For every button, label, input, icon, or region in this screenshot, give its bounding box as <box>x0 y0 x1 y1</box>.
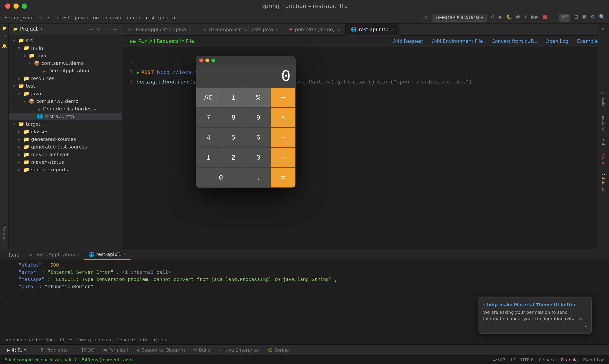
add-environment-file-button[interactable]: Add Environment File <box>428 38 487 45</box>
tree-item-demoapplicationtests[interactable]: ☕ DemoApplicationTests <box>9 105 122 113</box>
tree-item-generated-sources[interactable]: ▸ 📁 generated-sources <box>9 135 122 143</box>
calc-minimize-button[interactable] <box>205 58 209 62</box>
tab-demoapplicationtests-java[interactable]: ☕ DemoApplicationTests.java × <box>197 24 284 35</box>
run-config-dropdown[interactable]: DEMOAPPLICATION ▾ <box>432 14 487 22</box>
jclasslib-label[interactable]: jclasslib <box>601 91 606 109</box>
profile-icon[interactable]: ⚡ <box>524 14 527 22</box>
settings-icon[interactable]: ⚙ <box>591 14 595 22</box>
tab-demoapplication-java[interactable]: ☕ DemoApplication.java × <box>122 24 197 35</box>
maven-label[interactable]: Maven <box>601 151 606 167</box>
tree-item-resources[interactable]: ▸ 📁 resources <box>9 75 122 82</box>
tree-item-surefire-reports[interactable]: ▸ 📁 surefire-reports <box>9 166 122 173</box>
tree-item-demoapplication[interactable]: ☕ DemoApplication <box>9 67 122 75</box>
calc-maximize-button[interactable] <box>211 58 215 62</box>
tab-close-icon[interactable]: × <box>188 27 191 32</box>
traffic-lights[interactable] <box>5 3 27 9</box>
minimize-bottom-icon[interactable]: — <box>601 252 605 257</box>
tree-item-java-test[interactable]: ▾ 📁 java <box>9 90 122 97</box>
close-tab-icon[interactable]: × <box>77 252 80 257</box>
tab-rest-api-http[interactable]: 🌐 rest-api.http × <box>346 24 399 35</box>
aixcoder-label[interactable]: aiXcoder <box>601 113 606 133</box>
ant-label[interactable]: Ant <box>601 137 606 147</box>
calc-btn-4[interactable]: 4 <box>196 128 221 147</box>
calc-btn-2[interactable]: 2 <box>221 148 246 168</box>
chevron-down-icon[interactable]: ▾ <box>40 27 42 31</box>
calc-btn-equals[interactable]: = <box>271 168 296 187</box>
run-all-requests-button[interactable]: ▶▶ Run All Requests in File <box>126 38 197 45</box>
build-toolbar-item[interactable]: ⚙ Build <box>189 345 215 355</box>
sequence-diagram-toolbar-item[interactable]: ◈ Sequence Diagram <box>132 345 189 355</box>
code-editor[interactable]: 1 2 3 ▶ POST http://localhost:8080/funct… <box>122 47 609 249</box>
gear-icon[interactable]: ⚙ <box>97 26 101 32</box>
calc-btn-percent[interactable]: % <box>246 88 271 107</box>
line-ending[interactable]: LF <box>511 357 516 363</box>
database-label[interactable]: Database <box>601 171 606 193</box>
calc-btn-7[interactable]: 7 <box>196 108 221 127</box>
tree-item-target[interactable]: ▾ 📁 target <box>9 120 122 128</box>
tree-item-generated-test-sources[interactable]: ▸ 📁 generated-test-sources <box>9 143 122 151</box>
calc-btn-multiply[interactable]: × <box>271 108 296 127</box>
bottom-tab-rest-api[interactable]: 🌐 rest-api#1 × <box>84 249 130 260</box>
calc-btn-dot[interactable]: . <box>246 168 271 187</box>
calc-btn-ac[interactable]: AC <box>196 88 221 107</box>
tab-pom-xml[interactable]: ◈ pom.xml (demo) × <box>284 24 346 35</box>
calc-btn-3[interactable]: 3 <box>246 148 271 168</box>
expand-notification-icon[interactable]: ▾ <box>585 324 587 329</box>
event-log[interactable]: Event Log <box>583 357 605 363</box>
structure-label[interactable]: Structure <box>2 225 6 244</box>
maximize-button[interactable] <box>22 3 27 9</box>
minimize-button[interactable] <box>13 3 19 9</box>
vcs-icon[interactable]: ⎇ <box>422 14 428 22</box>
terminal-toolbar-item[interactable]: ▣ Terminal <box>99 345 132 355</box>
debug-icon[interactable]: 🐛 <box>506 14 512 22</box>
calc-btn-plus[interactable]: + <box>271 148 296 168</box>
tree-item-rest-api-http[interactable]: 🌐 rest-api.http <box>9 113 122 120</box>
tree-item-com-sanwu-demo-main[interactable]: ▾ 📦 com.sanwu.demo <box>9 59 122 67</box>
calc-btn-minus[interactable]: − <box>271 128 296 147</box>
add-request-button[interactable]: Add Request <box>389 38 428 45</box>
calc-btn-5[interactable]: 5 <box>221 128 246 147</box>
theme-name[interactable]: Dracula <box>561 357 578 363</box>
run-all-icon[interactable]: ▶▶ <box>531 14 539 22</box>
convert-from-curl-button[interactable]: Convert from cURL <box>487 38 541 45</box>
tree-item-main[interactable]: ▾ 📁 main <box>9 44 122 52</box>
tree-item-java-main[interactable]: ▾ 📁 java <box>9 52 122 59</box>
close-button[interactable] <box>5 3 11 9</box>
tab-close-icon[interactable]: × <box>275 27 278 32</box>
run-icon[interactable]: ▶ <box>499 14 502 22</box>
indent[interactable]: 0 space <box>539 357 556 363</box>
java-enterprise-toolbar-item[interactable]: ☕ Java Enterprise <box>215 345 263 355</box>
stop-icon[interactable]: ■ <box>543 14 547 22</box>
notifications-icon[interactable]: 🔔 <box>2 43 7 48</box>
calc-close-button[interactable] <box>199 58 203 62</box>
more-actions-icon[interactable]: ⋯ <box>594 252 598 257</box>
tree-item-src[interactable]: ▾ 📁 src <box>9 37 122 44</box>
charset[interactable]: UTF-8 <box>521 357 533 363</box>
tab-close-icon[interactable]: × <box>337 27 340 32</box>
run-toolbar-item[interactable]: ▶ 4: Run <box>3 345 31 355</box>
close-tab-icon[interactable]: × <box>123 252 126 256</box>
project-icon[interactable]: 📁 <box>2 26 7 30</box>
grid-icon[interactable]: ⊞ <box>574 14 578 22</box>
calc-btn-1[interactable]: 1 <box>196 148 221 168</box>
tab-close-icon[interactable]: × <box>391 27 394 32</box>
todo-toolbar-item[interactable]: ✓ TODO <box>72 345 99 355</box>
calc-btn-divide[interactable]: ÷ <box>271 88 296 107</box>
calc-btn-0[interactable]: 0 <box>196 168 246 187</box>
rerun-icon[interactable]: ↺ <box>491 14 495 22</box>
open-log-button[interactable]: Open Log <box>541 38 573 45</box>
spring-toolbar-item[interactable]: 🌿 Spring <box>263 345 293 355</box>
tree-item-test[interactable]: ▾ 📁 test <box>9 82 122 90</box>
cursor-position[interactable]: 4:107 <box>493 357 506 363</box>
bottom-tab-demoapplication[interactable]: ☕ DemoApplication × <box>24 249 84 260</box>
minimize-panel-icon[interactable]: — <box>113 26 117 32</box>
calc-btn-6[interactable]: 6 <box>246 128 271 147</box>
more-icon[interactable]: ⋯ <box>105 26 109 32</box>
calc-btn-8[interactable]: 8 <box>221 108 246 127</box>
problems-toolbar-item[interactable]: ⚠ 6: Problems <box>31 345 72 355</box>
locate-icon[interactable]: ◎ <box>89 26 93 32</box>
git-icon[interactable]: ⎇ <box>2 35 7 39</box>
tree-item-maven-archiver[interactable]: ▸ 📁 maven-archiver <box>9 151 122 158</box>
layout-icon[interactable]: ▣ <box>582 14 587 22</box>
calc-btn-sign[interactable]: ± <box>221 88 246 107</box>
